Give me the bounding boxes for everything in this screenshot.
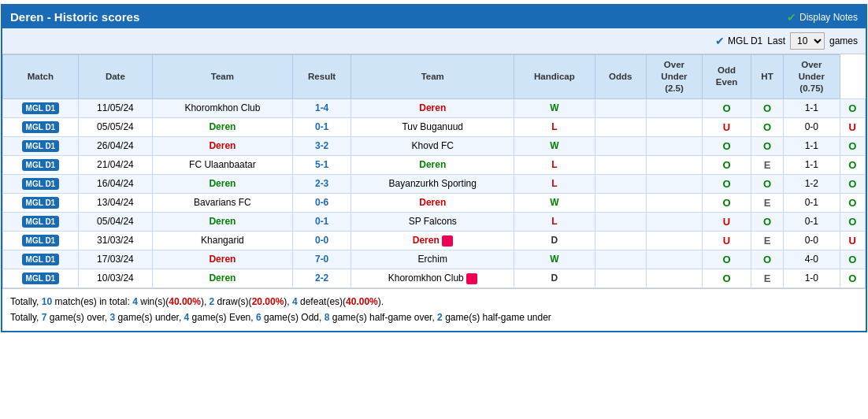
cell-ou075: O <box>840 136 865 155</box>
cell-ou25: O <box>703 136 751 155</box>
cell-date: 05/04/24 <box>78 212 152 231</box>
table-row: MGL D111/05/24Khoromkhon Club1-4DerenWOO… <box>3 98 866 117</box>
table-row: MGL D105/05/24Deren0-1Tuv BuganuudLUO0-0… <box>3 117 866 136</box>
cell-date: 21/04/24 <box>78 155 152 174</box>
table-row: MGL D131/03/24Khangarid0-0DerenDUE0-0U <box>3 231 866 250</box>
header-controls: ✔ Display Notes <box>787 11 858 24</box>
cell-score[interactable]: 2-3 <box>292 174 351 193</box>
col-handicap: Handicap <box>514 55 595 99</box>
cell-ht: 1-2 <box>784 174 840 193</box>
cell-team2: Khoromkhon Club <box>351 269 514 287</box>
header-bar: Deren - Historic scores ✔ Display Notes <box>2 6 866 28</box>
cell-handicap <box>595 117 646 136</box>
note-icon <box>442 235 453 247</box>
cell-league: MGL D1 <box>3 98 79 117</box>
cell-oe: O <box>751 212 783 231</box>
cell-handicap <box>595 155 646 174</box>
cell-score[interactable]: 5-1 <box>292 155 351 174</box>
cell-ht: 1-0 <box>784 269 840 287</box>
cell-ht: 1-1 <box>784 136 840 155</box>
cell-date: 31/03/24 <box>78 231 152 250</box>
cell-odds <box>646 136 702 155</box>
games-label: games <box>829 35 858 46</box>
col-over-under-075: OverUnder(0.75) <box>784 55 840 99</box>
display-notes-toggle[interactable]: ✔ Display Notes <box>787 11 858 24</box>
cell-team2: Deren <box>351 193 514 212</box>
cell-oe: O <box>751 98 783 117</box>
cell-ou075: O <box>840 193 865 212</box>
cell-ht: 1-1 <box>784 155 840 174</box>
cell-ou25: O <box>703 155 751 174</box>
cell-score[interactable]: 0-1 <box>292 117 351 136</box>
table-row: MGL D110/03/24Deren2-2Khoromkhon ClubDOE… <box>3 269 866 287</box>
cell-ou25: U <box>703 117 751 136</box>
scores-table: Match Date Team Result Team Handicap Odd… <box>2 54 866 288</box>
league-badge: MGL D1 <box>22 235 60 247</box>
cell-league: MGL D1 <box>3 136 79 155</box>
cell-team1: Khangarid <box>153 231 293 250</box>
cell-oe: O <box>751 250 783 269</box>
last-label: Last <box>767 35 785 46</box>
cell-team1: Bavarians FC <box>153 193 293 212</box>
cell-ou075: O <box>840 155 865 174</box>
league-badge: MGL D1 <box>22 273 60 284</box>
cell-ou25: O <box>703 98 751 117</box>
cell-score[interactable]: 7-0 <box>292 250 351 269</box>
cell-oe: E <box>751 155 783 174</box>
table-row: MGL D117/03/24Deren7-0ErchimWOO4-0O <box>3 250 866 269</box>
cell-team1: Deren <box>153 250 293 269</box>
cell-handicap <box>595 269 646 287</box>
cell-team1: Deren <box>153 212 293 231</box>
cell-team2: SP Falcons <box>351 212 514 231</box>
summary-line-2: Totally, 7 game(s) over, 3 game(s) under… <box>10 310 858 325</box>
cell-score[interactable]: 2-2 <box>292 269 351 287</box>
league-badge: MGL D1 <box>22 140 60 152</box>
last-games-select[interactable]: 10 5 15 20 30 All <box>790 32 825 50</box>
cell-score[interactable]: 0-1 <box>292 212 351 231</box>
league-badge: MGL D1 <box>22 178 60 190</box>
cell-ou25: O <box>703 269 751 287</box>
cell-oe: O <box>751 117 783 136</box>
cell-score[interactable]: 3-2 <box>292 136 351 155</box>
cell-team1: FC Ulaanbaatar <box>153 155 293 174</box>
cell-ou25: U <box>703 212 751 231</box>
table-row: MGL D121/04/24FC Ulaanbaatar5-1DerenLOE1… <box>3 155 866 174</box>
cell-date: 11/05/24 <box>78 98 152 117</box>
col-team2: Team <box>351 55 514 99</box>
col-date: Date <box>78 55 152 99</box>
cell-date: 05/05/24 <box>78 117 152 136</box>
cell-date: 26/04/24 <box>78 136 152 155</box>
col-odd-even: OddEven <box>703 55 751 99</box>
cell-ou075: O <box>840 212 865 231</box>
cell-ht: 0-1 <box>784 193 840 212</box>
league-badge: MGL D1 <box>22 121 60 133</box>
table-row: MGL D113/04/24Bavarians FC0-6DerenWOE0-1… <box>3 193 866 212</box>
col-ht: HT <box>751 55 783 99</box>
cell-date: 10/03/24 <box>78 269 152 287</box>
cell-league: MGL D1 <box>3 117 79 136</box>
cell-outcome: D <box>514 231 595 250</box>
cell-outcome: D <box>514 269 595 287</box>
cell-ou075: O <box>840 269 865 287</box>
cell-team2: Bayanzurkh Sporting <box>351 174 514 193</box>
summary-section: Totally, 10 match(es) in total: 4 win(s)… <box>2 288 866 331</box>
cell-handicap <box>595 136 646 155</box>
cell-team2: Deren <box>351 231 514 250</box>
col-team1: Team <box>153 55 293 99</box>
cell-outcome: L <box>514 174 595 193</box>
table-row: MGL D116/04/24Deren2-3Bayanzurkh Sportin… <box>3 174 866 193</box>
cell-team1: Deren <box>153 269 293 287</box>
col-over-under-25: OverUnder(2.5) <box>646 55 702 99</box>
cell-team1: Deren <box>153 174 293 193</box>
filter-bar: ✔ MGL D1 Last 10 5 15 20 30 All games <box>2 28 866 54</box>
mgl-d1-filter[interactable]: ✔ MGL D1 <box>715 35 762 47</box>
table-body: MGL D111/05/24Khoromkhon Club1-4DerenWOO… <box>3 98 866 287</box>
cell-league: MGL D1 <box>3 212 79 231</box>
cell-score[interactable]: 1-4 <box>292 98 351 117</box>
main-container: Deren - Historic scores ✔ Display Notes … <box>1 4 867 332</box>
cell-score[interactable]: 0-0 <box>292 231 351 250</box>
cell-team1: Khoromkhon Club <box>153 98 293 117</box>
cell-team1: Deren <box>153 136 293 155</box>
cell-ht: 1-1 <box>784 98 840 117</box>
cell-score[interactable]: 0-6 <box>292 193 351 212</box>
